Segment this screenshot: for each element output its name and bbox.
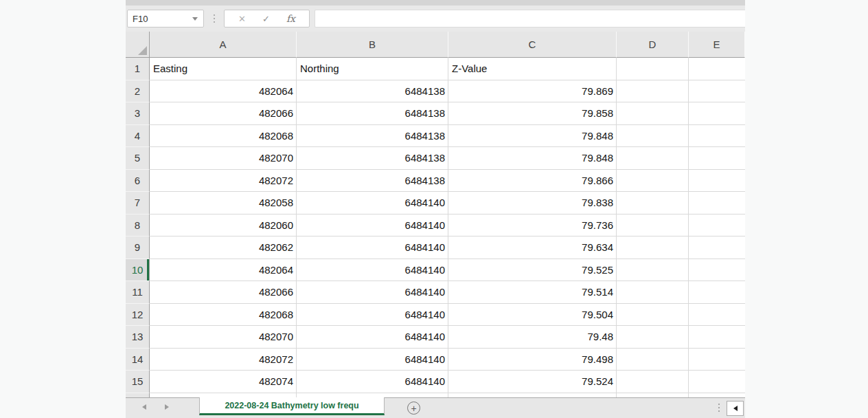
cell[interactable]	[617, 80, 689, 103]
cell[interactable]	[689, 58, 745, 80]
cell[interactable]: Easting	[150, 58, 297, 80]
cell[interactable]: 79.498	[448, 349, 617, 371]
cell[interactable]: 482070	[150, 326, 297, 349]
select-all-button[interactable]	[126, 32, 150, 58]
name-box-dropdown-icon[interactable]	[192, 17, 198, 21]
cancel-icon[interactable]: ✕	[238, 14, 246, 24]
row-header[interactable]: 14	[126, 349, 150, 371]
cell[interactable]	[617, 125, 689, 148]
row-header[interactable]: 13	[126, 326, 150, 349]
row-header[interactable]: 12	[126, 304, 150, 327]
cell[interactable]: 6484138	[297, 80, 448, 103]
cell[interactable]	[689, 192, 745, 214]
cell[interactable]: 79.848	[448, 147, 617, 170]
row-header[interactable]: 1	[126, 58, 150, 80]
cell[interactable]: 482074	[150, 371, 297, 393]
column-header-b[interactable]: B	[297, 32, 448, 58]
cell[interactable]	[617, 192, 689, 214]
cell[interactable]	[689, 147, 745, 170]
column-header-e[interactable]: E	[689, 32, 745, 58]
cell[interactable]	[689, 170, 745, 192]
cell[interactable]: Z-Value	[448, 58, 617, 80]
cell[interactable]: 482066	[150, 102, 297, 125]
cell[interactable]: 6484140	[297, 371, 448, 393]
cell[interactable]: Northing	[297, 58, 448, 80]
row-header[interactable]: 5	[126, 147, 150, 170]
cell[interactable]: 79.869	[448, 80, 617, 103]
cell[interactable]	[617, 371, 689, 393]
sheet-nav-prev-icon[interactable]	[142, 404, 146, 410]
cell[interactable]: 79.858	[448, 102, 617, 125]
cell[interactable]: 6484140	[297, 192, 448, 214]
row-header[interactable]: 3	[126, 102, 150, 125]
cell[interactable]	[617, 102, 689, 125]
column-header-c[interactable]: C	[448, 32, 617, 58]
row-header[interactable]: 10	[126, 259, 150, 282]
cell[interactable]	[689, 214, 745, 237]
cell[interactable]	[689, 281, 745, 304]
cell[interactable]	[689, 371, 745, 393]
cell[interactable]	[617, 259, 689, 282]
cell[interactable]	[689, 326, 745, 349]
cell[interactable]	[689, 80, 745, 103]
cell[interactable]: 482064	[150, 259, 297, 282]
cell[interactable]: 6484140	[297, 236, 448, 259]
cell[interactable]: 482062	[150, 236, 297, 259]
cell[interactable]: 482060	[150, 214, 297, 237]
cell[interactable]: 79.866	[448, 170, 617, 192]
cell[interactable]: 79.504	[448, 304, 617, 327]
cell[interactable]	[617, 304, 689, 327]
row-header[interactable]: 7	[126, 192, 150, 214]
cell[interactable]: 79.48	[448, 326, 617, 349]
cell[interactable]: 79.848	[448, 125, 617, 148]
cell[interactable]	[689, 102, 745, 125]
row-header[interactable]: 15	[126, 371, 150, 393]
cell[interactable]: 482070	[150, 147, 297, 170]
cell[interactable]: 482068	[150, 125, 297, 148]
column-header-a[interactable]: A	[150, 32, 297, 58]
cell[interactable]: 79.736	[448, 214, 617, 237]
cell[interactable]: 79.525	[448, 259, 617, 282]
add-sheet-button[interactable]: +	[407, 402, 420, 415]
row-header[interactable]: 9	[126, 236, 150, 259]
cell[interactable]	[617, 349, 689, 371]
cell[interactable]	[617, 58, 689, 80]
cell[interactable]: 482072	[150, 349, 297, 371]
formula-input[interactable]	[315, 10, 745, 28]
row-header[interactable]: 2	[126, 80, 150, 103]
cell[interactable]: 79.514	[448, 281, 617, 304]
cell[interactable]: 482066	[150, 281, 297, 304]
cell[interactable]	[617, 214, 689, 237]
enter-icon[interactable]: ✓	[262, 14, 270, 24]
cell[interactable]	[689, 349, 745, 371]
sheet-nav-next-icon[interactable]	[165, 404, 169, 410]
cell[interactable]: 6484140	[297, 304, 448, 327]
cell[interactable]	[689, 236, 745, 259]
column-header-d[interactable]: D	[617, 32, 689, 58]
cell[interactable]: 6484140	[297, 281, 448, 304]
row-header[interactable]: 6	[126, 170, 150, 192]
cell[interactable]: 6484138	[297, 102, 448, 125]
cell[interactable]: 6484138	[297, 147, 448, 170]
row-header[interactable]: 11	[126, 281, 150, 304]
insert-function-icon[interactable]: fx	[286, 13, 295, 24]
scroll-left-button[interactable]	[727, 401, 744, 416]
cell[interactable]: 79.634	[448, 236, 617, 259]
cell[interactable]: 482068	[150, 304, 297, 327]
cell[interactable]	[617, 236, 689, 259]
cell[interactable]: 79.838	[448, 192, 617, 214]
cell[interactable]: 482064	[150, 80, 297, 103]
name-box[interactable]: F10	[127, 10, 204, 28]
cell[interactable]	[689, 304, 745, 327]
cell[interactable]	[617, 326, 689, 349]
cell[interactable]	[689, 259, 745, 282]
cell[interactable]	[617, 147, 689, 170]
cell[interactable]	[617, 170, 689, 192]
row-header[interactable]: 4	[126, 125, 150, 148]
sheet-tab-active[interactable]: 2022-08-24 Bathymetry low frequ	[199, 397, 385, 415]
cell[interactable]: 482058	[150, 192, 297, 214]
cell[interactable]: 6484138	[297, 170, 448, 192]
cell[interactable]: 79.524	[448, 371, 617, 393]
cell[interactable]: 6484140	[297, 326, 448, 349]
cell[interactable]: 6484140	[297, 259, 448, 282]
